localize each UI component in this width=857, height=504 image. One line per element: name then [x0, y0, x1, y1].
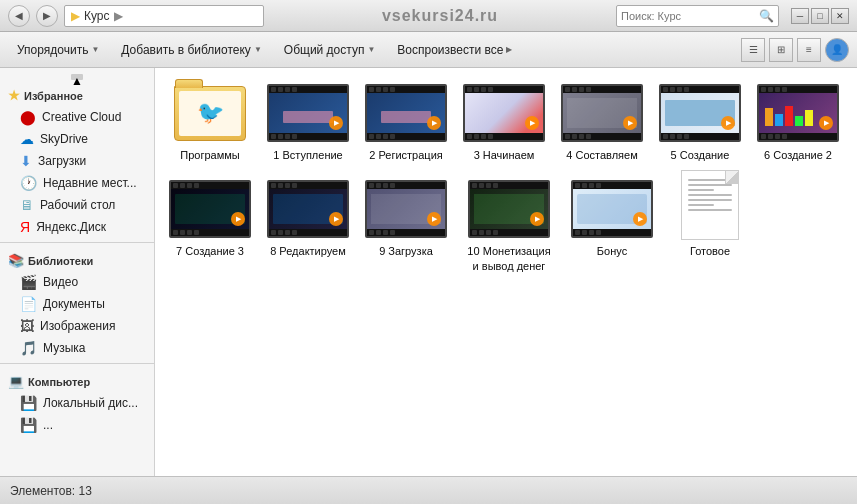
share-label: Общий доступ: [284, 43, 365, 57]
items-count: Элементов: 13: [10, 484, 92, 498]
folder-tab: [175, 79, 203, 88]
maximize-button[interactable]: □: [811, 8, 829, 24]
strip-top: [573, 182, 651, 189]
strip-top: [171, 182, 249, 189]
sidebar-cc-label: Creative Cloud: [42, 110, 121, 124]
search-box[interactable]: 🔍: [616, 5, 779, 27]
file-label-gotovoe: Готовое: [690, 244, 730, 258]
window-controls: ─ □ ✕: [791, 8, 849, 24]
file-item-vid4[interactable]: ▶ 4 Составляем: [557, 78, 647, 166]
computer-group: 💻 Компьютер: [0, 368, 154, 392]
view-list-button[interactable]: ☰: [741, 38, 765, 62]
file-item-vid10[interactable]: ▶ 10 Монетизация и вывод денег: [459, 174, 559, 277]
scroll-up[interactable]: ▲: [71, 74, 83, 80]
file-item-vid7[interactable]: ▶ 7 Создание 3: [165, 174, 255, 277]
arrange-arrow: ▼: [91, 45, 99, 54]
strip-top: [269, 182, 347, 189]
add-library-arrow: ▼: [254, 45, 262, 54]
sidebar-sky-label: SkyDrive: [40, 132, 88, 146]
address-bar[interactable]: ▶ Курс ▶: [64, 5, 264, 27]
cc-icon: ⬤: [20, 109, 36, 125]
video-content-bonus: [573, 182, 651, 236]
strip-bottom: [367, 133, 445, 140]
folder-thumb-programmy: 🐦: [169, 82, 251, 144]
view-details-button[interactable]: ≡: [797, 38, 821, 62]
file-label-vid1: 1 Вступление: [273, 148, 343, 162]
video-content-vid5: [661, 86, 739, 140]
sidebar-divider-2: [0, 363, 154, 364]
file-item-programmy[interactable]: 🐦 Программы: [165, 78, 255, 166]
file-item-vid6[interactable]: ▶ 6 Создание 2: [753, 78, 843, 166]
arrange-button[interactable]: Упорядочить ▼: [8, 39, 108, 61]
play-btn-vid4: ▶: [623, 116, 637, 130]
sidebar-item-desktop[interactable]: 🖥 Рабочий стол: [0, 194, 154, 216]
strip-bottom: [465, 133, 543, 140]
minimize-button[interactable]: ─: [791, 8, 809, 24]
file-item-vid3[interactable]: ▶ 3 Начинаем: [459, 78, 549, 166]
docs-lib-icon: 📄: [20, 296, 37, 312]
video-thumb-bonus: ▶: [571, 180, 653, 238]
add-library-button[interactable]: Добавить в библиотеку ▼: [112, 39, 270, 61]
sidebar-item-creative-cloud[interactable]: ⬤ Creative Cloud: [0, 106, 154, 128]
thumb-vid2: ▶: [365, 82, 447, 144]
play-all-button[interactable]: Воспроизвести все ▶: [388, 39, 521, 61]
sidebar-item-skydrive[interactable]: ☁ SkyDrive: [0, 128, 154, 150]
watermark: vsekursi24.ru: [264, 7, 616, 25]
sidebar-item-docs[interactable]: 📄 Документы: [0, 293, 154, 315]
folder-inner: 🐦: [179, 91, 241, 136]
strip-top: [661, 86, 739, 93]
sidebar-item-local-d[interactable]: 💾 ...: [0, 414, 154, 436]
video-content-vid10: [470, 182, 548, 236]
sidebar-item-downloads[interactable]: ⬇ Загрузки: [0, 150, 154, 172]
file-label-vid4: 4 Составляем: [566, 148, 637, 162]
video-thumb-vid1: ▶: [267, 84, 349, 142]
forward-button[interactable]: ▶: [36, 5, 58, 27]
title-bar-left: ◀ ▶ ▶ Курс ▶: [8, 5, 264, 27]
video-thumb-vid8: ▶: [267, 180, 349, 238]
search-input[interactable]: [621, 10, 759, 22]
file-item-vid5[interactable]: ▶ 5 Создание: [655, 78, 745, 166]
video-thumb-vid5: ▶: [659, 84, 741, 142]
thumb-vid10: ▶: [468, 178, 550, 240]
file-item-bonus[interactable]: ▶ Бонус: [567, 174, 657, 277]
user-button[interactable]: 👤: [825, 38, 849, 62]
strip-top: [563, 86, 641, 93]
strip-bottom: [661, 133, 739, 140]
sidebar-item-ydisk[interactable]: Я Яндекс.Диск: [0, 216, 154, 238]
sidebar-item-recent[interactable]: 🕐 Недавние мест...: [0, 172, 154, 194]
folder-icon: ▶: [71, 9, 80, 23]
view-grid-button[interactable]: ⊞: [769, 38, 793, 62]
file-item-vid8[interactable]: ▶ 8 Редактируем: [263, 174, 353, 277]
file-item-gotovoe[interactable]: Готовое: [665, 174, 755, 277]
path-arrow: ▶: [114, 9, 123, 23]
sidebar-item-images[interactable]: 🖼 Изображения: [0, 315, 154, 337]
local-disk2-icon: 💾: [20, 417, 37, 433]
sidebar-item-video[interactable]: 🎬 Видео: [0, 271, 154, 293]
video-thumb-vid10: ▶: [468, 180, 550, 238]
file-item-vid2[interactable]: ▶ 2 Регистрация: [361, 78, 451, 166]
libraries-label: Библиотеки: [28, 255, 93, 267]
libraries-group: 📚 Библиотеки: [0, 247, 154, 271]
star-icon: ★: [8, 88, 20, 103]
back-button[interactable]: ◀: [8, 5, 30, 27]
thumb-vid3: ▶: [463, 82, 545, 144]
file-item-vid9[interactable]: ▶ 9 Загрузка: [361, 174, 451, 277]
strip-top: [759, 86, 837, 93]
share-button[interactable]: Общий доступ ▼: [275, 39, 385, 61]
video-content-vid6: [759, 86, 837, 140]
file-label-bonus: Бонус: [597, 244, 627, 258]
play-btn-vid2: ▶: [427, 116, 441, 130]
sidebar-item-music[interactable]: 🎵 Музыка: [0, 337, 154, 359]
sidebar-item-local-c[interactable]: 💾 Локальный дис...: [0, 392, 154, 414]
sidebar-docs-label: Документы: [43, 297, 105, 311]
share-arrow: ▼: [367, 45, 375, 54]
sidebar-video-label: Видео: [43, 275, 78, 289]
video-thumb-vid7: ▶: [169, 180, 251, 238]
computer-group-icon: 💻: [8, 374, 24, 389]
file-label-vid3: 3 Начинаем: [474, 148, 535, 162]
file-label-vid6: 6 Создание 2: [764, 148, 832, 162]
close-button[interactable]: ✕: [831, 8, 849, 24]
sidebar-divider-1: [0, 242, 154, 243]
sidebar-music-label: Музыка: [43, 341, 85, 355]
file-item-vid1[interactable]: ▶ 1 Вступление: [263, 78, 353, 166]
